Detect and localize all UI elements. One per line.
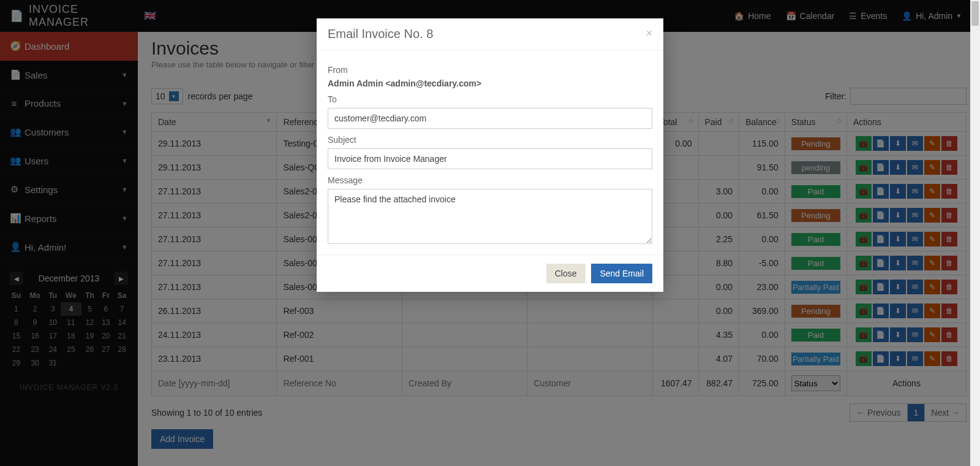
from-label: From: [328, 65, 652, 75]
message-label: Message: [328, 175, 652, 185]
scrollbar[interactable]: [970, 0, 980, 466]
message-textarea[interactable]: [328, 189, 652, 244]
modal-title: Email Invoice No. 8: [328, 27, 433, 41]
close-button[interactable]: Close: [546, 264, 586, 283]
to-label: To: [328, 94, 652, 104]
close-icon[interactable]: ×: [646, 27, 652, 41]
from-value: Admin Admin <admin@tecdiary.com>: [328, 78, 652, 88]
subject-label: Subject: [328, 135, 652, 145]
subject-input[interactable]: [328, 148, 652, 169]
to-input[interactable]: [328, 108, 652, 129]
send-email-button[interactable]: Send Email: [591, 264, 652, 283]
email-invoice-modal: Email Invoice No. 8 × From Admin Admin <…: [317, 18, 663, 292]
